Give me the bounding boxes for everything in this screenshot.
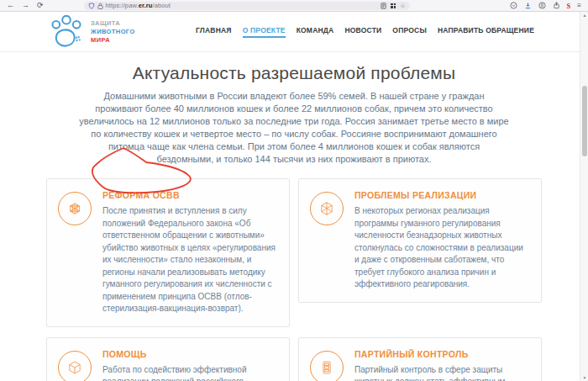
list-lines-icon bbox=[310, 351, 344, 381]
scroll-up-icon[interactable]: ▲ bbox=[580, 13, 588, 18]
nav-item-o-proekte[interactable]: О ПРОЕКТЕ bbox=[243, 26, 286, 38]
cube-facets-icon bbox=[310, 192, 344, 225]
logo-line-3: МИРА bbox=[91, 36, 135, 44]
page-title: Актуальность разрешаемой проблемы bbox=[0, 63, 588, 83]
scroll-down-icon[interactable]: ▼ bbox=[580, 375, 588, 380]
nav-item-komanda[interactable]: КОМАНДА bbox=[297, 26, 334, 38]
card-title: ПОМОЩЬ bbox=[102, 349, 277, 359]
reload-button[interactable]: ⟳ bbox=[37, 2, 44, 9]
cards-grid: РЕФОРМА ОСВВ После принятия и вступления… bbox=[46, 178, 542, 381]
logo-line-2: ЖИВОТНОГО bbox=[91, 28, 135, 35]
main-nav: ГЛАВНАЯ О ПРОЕКТЕ КОМАНДА НОВОСТИ ОПРОСЫ… bbox=[196, 26, 534, 38]
forward-button[interactable]: → bbox=[22, 2, 29, 9]
nav-item-napravit-obrashchenie[interactable]: НАПРАВИТЬ ОБРАЩЕНИЕ bbox=[438, 26, 534, 38]
card-reforma-osvv: РЕФОРМА ОСВВ После принятия и вступления… bbox=[46, 178, 290, 327]
scrollbar-thumb[interactable] bbox=[582, 86, 587, 156]
page-scrollbar[interactable]: ▲ ▼ bbox=[580, 12, 588, 381]
card-pomoshch: ПОМОЩЬ Работа по содействию эффективной … bbox=[46, 337, 290, 381]
card-title: ПАРТИЙНЫЙ КОНТРОЛЬ bbox=[354, 349, 529, 359]
browser-toolbar: ← → ⟳ https://paw.er.ru/about ☆ S ≡ bbox=[0, 0, 588, 12]
tracking-shield-icon[interactable] bbox=[88, 3, 95, 9]
bookmark-star-icon[interactable]: ☆ bbox=[400, 3, 405, 9]
site-logo[interactable]: ЗАЩИТА ЖИВОТНОГО МИРА bbox=[49, 15, 135, 49]
address-bar[interactable]: https://paw.er.ru/about ☆ bbox=[84, 2, 410, 10]
package-cube-icon bbox=[58, 351, 92, 381]
lock-icon bbox=[97, 3, 103, 9]
card-title: РЕФОРМА ОСВВ bbox=[102, 190, 277, 200]
downloads-icon[interactable] bbox=[524, 2, 532, 9]
account-icon[interactable] bbox=[538, 2, 546, 9]
card-text: В некоторых регионах реализация программ… bbox=[354, 205, 529, 291]
url-text[interactable]: https://paw.er.ru/about bbox=[106, 2, 171, 9]
card-partiynyy-kontrol: ПАРТИЙНЫЙ КОНТРОЛЬ Партийный контроль в … bbox=[298, 337, 542, 381]
pocket-icon[interactable] bbox=[510, 2, 517, 9]
s-extension-badge-icon[interactable]: S bbox=[567, 2, 571, 10]
logo-line-1: ЗАЩИТА bbox=[91, 19, 135, 27]
card-text: После принятия и вступления в силу полож… bbox=[102, 205, 277, 315]
extensions-grid-icon[interactable] bbox=[391, 3, 396, 8]
share-icon[interactable] bbox=[553, 2, 560, 9]
nav-item-novosti[interactable]: НОВОСТИ bbox=[344, 26, 381, 38]
card-title: ПРОБЛЕМЫ РЕАЛИЗАЦИИ bbox=[354, 190, 529, 200]
main-content: Актуальность разрешаемой проблемы Домашн… bbox=[0, 63, 588, 381]
card-problemy-realizatsii: ПРОБЛЕМЫ РЕАЛИЗАЦИИ В некоторых регионах… bbox=[298, 178, 542, 303]
site-header: ЗАЩИТА ЖИВОТНОГО МИРА ГЛАВНАЯ О ПРОЕКТЕ … bbox=[0, 12, 588, 52]
intro-paragraph: Домашними животными в России владеют бол… bbox=[79, 90, 509, 166]
card-text: Работа по содействию эффективной реализа… bbox=[102, 364, 277, 381]
paw-icon bbox=[49, 15, 84, 49]
reader-mode-icon[interactable] bbox=[381, 3, 386, 9]
nav-item-oprosy[interactable]: ОПРОСЫ bbox=[392, 26, 427, 38]
menu-icon[interactable]: ≡ bbox=[577, 2, 581, 9]
back-button[interactable]: ← bbox=[7, 2, 14, 9]
gem-hexagon-icon bbox=[58, 192, 92, 225]
card-text: Партийный контроль в сфере защиты животн… bbox=[354, 364, 529, 381]
nav-item-glavnaya[interactable]: ГЛАВНАЯ bbox=[196, 26, 232, 38]
